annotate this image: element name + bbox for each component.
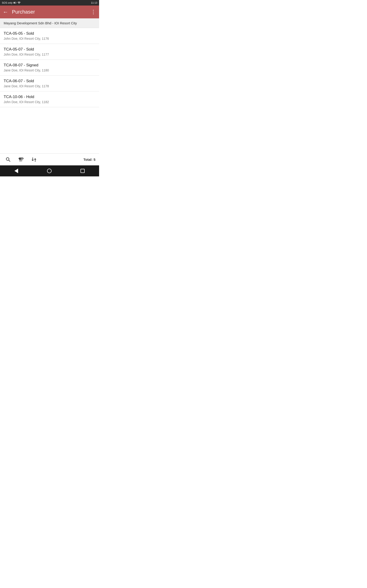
status-bar: SOS only 11:13 <box>0 0 99 6</box>
items-list: TCA-05-05 - Sold John Doe, IOI Resort Ci… <box>0 28 99 163</box>
search-button[interactable] <box>4 155 13 164</box>
total-label: Total: <box>83 157 93 162</box>
navigation-bar <box>0 165 99 176</box>
item-title-3: TCA-06-07 - Sold <box>4 79 95 83</box>
battery-icon <box>13 1 17 4</box>
nav-recent-button[interactable] <box>81 169 85 173</box>
filter-button[interactable] <box>17 155 26 164</box>
section-header: Mayang Development Sdn Bhd - IOI Resort … <box>0 18 99 28</box>
item-title-0: TCA-05-05 - Sold <box>4 31 95 36</box>
status-left: SOS only <box>2 1 21 4</box>
item-subtitle-0: John Doe, IOI Resort City, 1176 <box>4 37 95 40</box>
item-subtitle-4: John Doe, IOI Resort City, 1182 <box>4 100 95 104</box>
recent-square-icon <box>81 169 85 173</box>
home-circle-icon <box>47 169 52 173</box>
item-title-1: TCA-05-07 - Sold <box>4 47 95 52</box>
time-display: 11:13 <box>91 1 97 4</box>
status-right: 11:13 <box>91 1 97 4</box>
search-icon <box>5 157 11 163</box>
item-subtitle-3: Jane Doe, IOI Resort City, 1178 <box>4 84 95 88</box>
back-triangle-icon <box>15 169 18 173</box>
list-item[interactable]: TCA-08-07 - Signed Jane Doe, IOI Resort … <box>0 60 99 76</box>
more-options-button[interactable]: ⋮ <box>91 9 96 15</box>
item-title-2: TCA-08-07 - Signed <box>4 63 95 68</box>
nav-home-button[interactable] <box>47 169 52 173</box>
back-button[interactable]: ← <box>3 9 8 15</box>
filter-icon <box>18 157 24 163</box>
item-title-4: TCA-10-06 - Hold <box>4 95 95 99</box>
total-count: 5 <box>94 157 95 162</box>
list-item[interactable]: TCA-10-06 - Hold John Doe, IOI Resort Ci… <box>0 91 99 107</box>
svg-rect-6 <box>19 161 21 161</box>
sos-text: SOS only <box>2 1 12 4</box>
sort-button[interactable] <box>29 155 39 164</box>
list-item[interactable]: TCA-05-05 - Sold John Doe, IOI Resort Ci… <box>0 28 99 44</box>
bottom-toolbar: Total: 5 <box>0 153 99 165</box>
sort-icon <box>31 157 37 163</box>
item-subtitle-2: Jane Doe, IOI Resort City, 1180 <box>4 69 95 72</box>
svg-rect-4 <box>19 157 23 158</box>
item-subtitle-1: John Doe, IOI Resort City, 1177 <box>4 52 95 56</box>
total-display: Total: 5 <box>83 157 95 162</box>
nav-back-button[interactable] <box>15 169 18 173</box>
wifi-icon <box>17 1 21 4</box>
list-item[interactable]: TCA-05-07 - Sold John Doe, IOI Resort Ci… <box>0 44 99 60</box>
app-bar: ← Purchaser ⋮ <box>0 6 99 18</box>
page-title: Purchaser <box>12 9 91 15</box>
svg-rect-1 <box>14 2 15 3</box>
svg-rect-5 <box>19 159 22 159</box>
section-header-label: Mayang Development Sdn Bhd - IOI Resort … <box>4 21 77 25</box>
list-item[interactable]: TCA-06-07 - Sold Jane Doe, IOI Resort Ci… <box>0 76 99 91</box>
svg-rect-2 <box>16 2 16 3</box>
